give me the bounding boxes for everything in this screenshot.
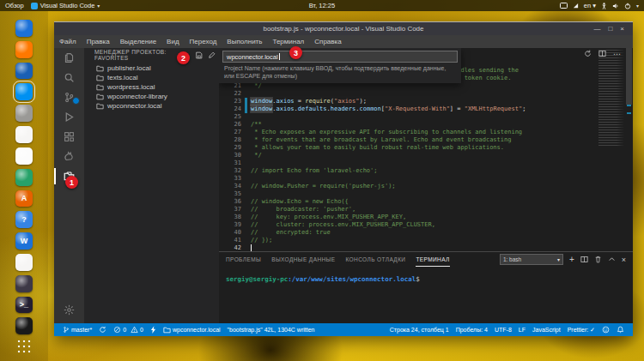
status-строка[interactable]: Строка 24, столбец 1 [386, 327, 453, 333]
dock-icon-file-archiver[interactable] [15, 105, 33, 122]
dock-icon-thunderbird[interactable] [15, 63, 33, 80]
show-applications-icon[interactable] [16, 339, 32, 354]
status-prettier[interactable]: Prettier: ✓ [564, 327, 598, 334]
power-icon[interactable] [624, 3, 631, 9]
new-terminal-icon[interactable]: + [569, 256, 574, 263]
maximize-button[interactable]: □ [608, 25, 612, 33]
code-content[interactable]: 19 * to our Laravel back-end. This libra… [219, 67, 595, 251]
keyboard-layout-indicator[interactable]: en ▾ [584, 2, 596, 9]
workspace-indicator[interactable]: wpconnector.local [160, 327, 224, 334]
search-icon[interactable] [54, 68, 84, 87]
line-number: 34 [219, 183, 245, 190]
dock-icon-app-wave[interactable]: W [15, 232, 33, 250]
dock-icon-app-green[interactable] [15, 169, 33, 186]
project-item-wordpress.local[interactable]: wordpress.local [84, 82, 219, 92]
split-terminal-icon[interactable] [580, 256, 588, 263]
menu-выполнить[interactable]: Выполнить [222, 38, 267, 45]
menu-выделение[interactable]: Выделение [115, 38, 161, 45]
minimize-button[interactable]: — [593, 25, 600, 33]
status-javascript[interactable]: JavaScript [529, 327, 564, 333]
activities-button[interactable]: Обзор [5, 2, 24, 9]
code-line-31: 31 [219, 159, 595, 167]
dock-icon-app-dial[interactable] [15, 126, 33, 143]
dock-icon-firefox[interactable] [15, 41, 33, 58]
save-project-icon[interactable] [195, 51, 203, 59]
quick-input-field[interactable]: wpconnector.local [222, 51, 458, 63]
code-line-33: 33 [219, 175, 595, 183]
menu-справка[interactable]: Справка [309, 38, 346, 45]
toggle-changes-icon[interactable] [584, 50, 592, 57]
project-item-texts.local[interactable]: texts.local [84, 73, 219, 82]
more-actions-icon[interactable]: ⋯ [613, 51, 621, 57]
status-bar: master* 0 0 wpconnector.local "bootstrap… [54, 323, 633, 336]
menu-правка[interactable]: Правка [82, 38, 115, 45]
line-number: 35 [219, 190, 245, 198]
misc-extension-icon[interactable] [54, 147, 84, 166]
code-line-28: 28 * for events that are broadcast by La… [219, 136, 595, 144]
feedback-icon[interactable] [598, 326, 613, 334]
git-branch-indicator[interactable]: master* [59, 326, 95, 334]
line-content: // key: process.env.MIX_PUSHER_APP_KEY, [247, 214, 406, 221]
dock-icon-app-egg[interactable] [15, 254, 33, 271]
terminal-prompt: $ [416, 275, 420, 283]
dock-icon-terminal-app[interactable]: >_ [15, 297, 33, 314]
menu-вид[interactable]: Вид [161, 38, 184, 45]
line-number: 41 [219, 237, 245, 244]
menu-переход[interactable]: Переход [185, 38, 222, 45]
project-item-wpconnector.local[interactable]: wpconnector.local [84, 101, 219, 111]
source-control-icon[interactable] [54, 87, 84, 107]
annotation-badge-1: 1 [65, 176, 78, 189]
dock-icon-app-black-window[interactable] [15, 317, 33, 334]
code-line-42: 42 [219, 244, 595, 251]
line-content: // window.Pusher = require('pusher-js'); [247, 183, 396, 190]
status-пробелы[interactable]: Пробелы: 4 [453, 327, 491, 333]
keyboard-icon[interactable] [560, 3, 568, 9]
code-editor[interactable]: ⋯ 19 * to our Laravel back-end. This lib… [219, 48, 633, 251]
bolt-indicator[interactable] [147, 326, 160, 334]
project-label: wpconnector-library [107, 93, 167, 100]
dock-icon-vscode[interactable] [15, 83, 33, 100]
panel-tab-консоль-отладки[interactable]: КОНСОЛЬ ОТЛАДКИ [346, 252, 406, 267]
close-panel-icon[interactable]: × [622, 256, 626, 263]
dock-icon-browser-blue-ring[interactable] [15, 20, 33, 37]
code-line-41: 41// }); [219, 237, 595, 244]
line-content [247, 159, 251, 167]
status-utf-8[interactable]: UTF-8 [491, 327, 515, 333]
line-content: // window.Echo = new Echo({ [247, 198, 349, 206]
explorer-icon[interactable] [54, 48, 84, 68]
project-item-publisher.local[interactable]: publisher.local [84, 63, 219, 73]
menu-терминал[interactable]: Терминал [267, 38, 309, 45]
dock-icon-help[interactable]: ? [15, 211, 33, 228]
edit-projects-icon[interactable] [208, 51, 216, 59]
notifications-bell-icon[interactable] [613, 326, 628, 334]
sync-button[interactable] [95, 326, 110, 334]
dock-icon-writer-document[interactable] [15, 147, 33, 165]
line-number: 24 [219, 105, 245, 113]
menu-файл[interactable]: Файл [54, 38, 82, 45]
manage-gear-icon[interactable] [54, 300, 84, 320]
panel-tab-терминал[interactable]: ТЕРМИНАЛ [416, 252, 449, 267]
terminal[interactable]: sergiy@sergiy-pc:/var/www/sites/wpconnec… [219, 267, 633, 283]
split-editor-icon[interactable] [598, 50, 606, 57]
terminal-shell-select[interactable]: 1: bash▾ [500, 254, 563, 265]
editor-scrollbar[interactable] [625, 48, 633, 251]
status-lf[interactable]: LF [515, 327, 529, 333]
app-menu[interactable]: Visual Studio Code ▾ [31, 2, 100, 9]
panel-tab-выходные-данные[interactable]: ВЫХОДНЫЕ ДАННЫЕ [271, 252, 335, 267]
dock-icon-app-dark[interactable] [15, 275, 33, 292]
maximize-panel-icon[interactable] [608, 256, 616, 263]
minimap[interactable] [598, 50, 624, 146]
quick-input-hint: Project Name (нажмите клавишу ВВОД, чтоб… [222, 63, 458, 80]
close-button[interactable]: × [620, 25, 624, 33]
title-bar[interactable]: bootstrap.js - wpconnector.local - Visua… [54, 22, 633, 35]
run-debug-icon[interactable] [54, 107, 84, 127]
problems-indicator[interactable]: 0 0 [110, 326, 147, 334]
volume-icon[interactable] [612, 3, 619, 9]
dock-icon-app-orange-a[interactable]: A [15, 190, 33, 208]
kill-terminal-icon[interactable] [594, 256, 602, 263]
network-icon[interactable] [573, 3, 579, 9]
extensions-icon[interactable] [54, 127, 84, 147]
accessibility-icon[interactable] [601, 3, 607, 9]
panel-tab-проблемы[interactable]: ПРОБЛЕМЫ [226, 252, 261, 267]
project-item-wpconnector-library[interactable]: wpconnector-library [84, 92, 219, 101]
